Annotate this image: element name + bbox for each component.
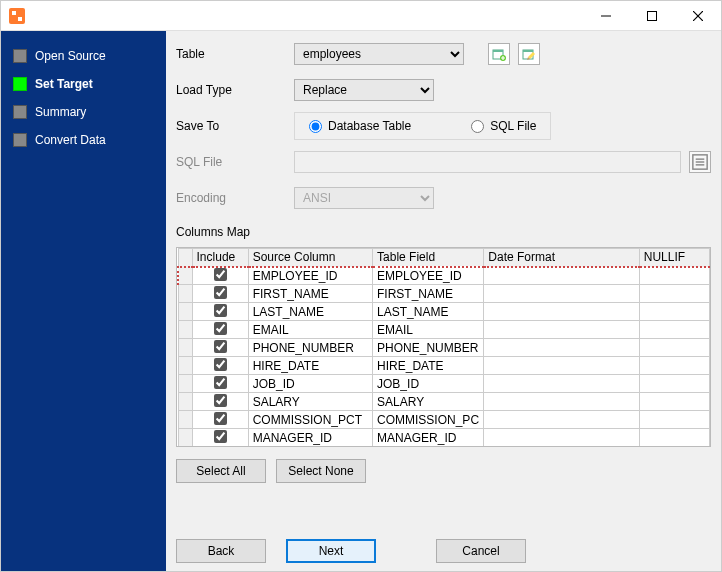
row-header[interactable] — [178, 321, 192, 339]
cell-target[interactable]: FIRST_NAME — [373, 285, 484, 303]
back-button[interactable]: Back — [176, 539, 266, 563]
cell-target[interactable]: EMAIL — [373, 321, 484, 339]
nav-item-summary[interactable]: Summary — [7, 105, 160, 119]
table-row[interactable]: EMPLOYEE_IDEMPLOYEE_ID — [178, 267, 710, 285]
table-row[interactable]: FIRST_NAMEFIRST_NAME — [178, 285, 710, 303]
saveto-db-radio[interactable]: Database Table — [309, 119, 411, 133]
cell-target[interactable]: SALARY — [373, 393, 484, 411]
row-header[interactable] — [178, 267, 192, 285]
cell-datefmt[interactable] — [484, 339, 639, 357]
loadtype-select[interactable]: Replace — [294, 79, 434, 101]
cell-source[interactable]: PHONE_NUMBER — [248, 339, 372, 357]
cell-nullif[interactable] — [639, 375, 709, 393]
cell-nullif[interactable] — [639, 411, 709, 429]
include-checkbox[interactable] — [214, 376, 227, 389]
col-nullif[interactable]: NULLIF — [639, 249, 709, 267]
include-checkbox[interactable] — [214, 322, 227, 335]
cell-source[interactable]: JOB_ID — [248, 375, 372, 393]
cell-include[interactable] — [192, 267, 248, 285]
cell-datefmt[interactable] — [484, 375, 639, 393]
table-row[interactable]: JOB_IDJOB_ID — [178, 375, 710, 393]
cell-datefmt[interactable] — [484, 411, 639, 429]
cell-datefmt[interactable] — [484, 267, 639, 285]
table-row[interactable]: COMMISSION_PCTCOMMISSION_PC — [178, 411, 710, 429]
cell-target[interactable]: EMPLOYEE_ID — [373, 267, 484, 285]
maximize-button[interactable] — [629, 1, 675, 31]
minimize-button[interactable] — [583, 1, 629, 31]
include-checkbox[interactable] — [214, 268, 227, 281]
col-include[interactable]: Include — [192, 249, 248, 267]
cell-datefmt[interactable] — [484, 429, 639, 447]
cell-datefmt[interactable] — [484, 447, 639, 448]
cell-include[interactable] — [192, 321, 248, 339]
cell-include[interactable] — [192, 303, 248, 321]
cell-source[interactable]: EMAIL — [248, 321, 372, 339]
cell-nullif[interactable] — [639, 339, 709, 357]
nav-item-open-source[interactable]: Open Source — [7, 49, 160, 63]
cell-datefmt[interactable] — [484, 357, 639, 375]
cell-include[interactable] — [192, 393, 248, 411]
cell-target[interactable]: LAST_NAME — [373, 303, 484, 321]
row-header[interactable] — [178, 411, 192, 429]
row-header[interactable] — [178, 429, 192, 447]
nav-item-convert-data[interactable]: Convert Data — [7, 133, 160, 147]
cell-nullif[interactable] — [639, 393, 709, 411]
include-checkbox[interactable] — [214, 286, 227, 299]
cell-include[interactable] — [192, 429, 248, 447]
cell-target[interactable]: HIRE_DATE — [373, 357, 484, 375]
col-source[interactable]: Source Column — [248, 249, 372, 267]
columns-grid[interactable]: Include Source Column Table Field Date F… — [176, 247, 711, 447]
cell-include[interactable] — [192, 339, 248, 357]
table-row[interactable]: HIRE_DATEHIRE_DATE — [178, 357, 710, 375]
cell-datefmt[interactable] — [484, 303, 639, 321]
edit-table-button[interactable] — [518, 43, 540, 65]
cell-datefmt[interactable] — [484, 285, 639, 303]
cell-nullif[interactable] — [639, 429, 709, 447]
row-header[interactable] — [178, 357, 192, 375]
cell-nullif[interactable] — [639, 303, 709, 321]
cell-source[interactable]: SALARY — [248, 393, 372, 411]
table-row[interactable]: LAST_NAMELAST_NAME — [178, 303, 710, 321]
table-row[interactable]: SALARYSALARY — [178, 393, 710, 411]
cell-source[interactable]: DEPARTMENT_ID — [248, 447, 372, 448]
row-header[interactable] — [178, 447, 192, 448]
next-button[interactable]: Next — [286, 539, 376, 563]
sqlfile-browse-button[interactable] — [689, 151, 711, 173]
row-header[interactable] — [178, 303, 192, 321]
cell-target[interactable]: PHONE_NUMBER — [373, 339, 484, 357]
cell-include[interactable] — [192, 375, 248, 393]
include-checkbox[interactable] — [214, 358, 227, 371]
cell-nullif[interactable] — [639, 357, 709, 375]
table-row[interactable]: DEPARTMENT_IDDEPARTMENT_ID — [178, 447, 710, 448]
select-none-button[interactable]: Select None — [276, 459, 366, 483]
cell-datefmt[interactable] — [484, 393, 639, 411]
include-checkbox[interactable] — [214, 340, 227, 353]
cell-include[interactable] — [192, 447, 248, 448]
row-header[interactable] — [178, 393, 192, 411]
saveto-sql-radio[interactable]: SQL File — [471, 119, 536, 133]
cell-source[interactable]: HIRE_DATE — [248, 357, 372, 375]
table-select[interactable]: employees — [294, 43, 464, 65]
cell-include[interactable] — [192, 357, 248, 375]
row-header[interactable] — [178, 285, 192, 303]
cell-source[interactable]: LAST_NAME — [248, 303, 372, 321]
include-checkbox[interactable] — [214, 394, 227, 407]
cell-target[interactable]: DEPARTMENT_ID — [373, 447, 484, 448]
cell-nullif[interactable] — [639, 321, 709, 339]
row-header[interactable] — [178, 339, 192, 357]
cell-source[interactable]: FIRST_NAME — [248, 285, 372, 303]
select-all-button[interactable]: Select All — [176, 459, 266, 483]
cancel-button[interactable]: Cancel — [436, 539, 526, 563]
cell-datefmt[interactable] — [484, 321, 639, 339]
cell-include[interactable] — [192, 285, 248, 303]
cell-nullif[interactable] — [639, 447, 709, 448]
table-row[interactable]: MANAGER_IDMANAGER_ID — [178, 429, 710, 447]
cell-source[interactable]: COMMISSION_PCT — [248, 411, 372, 429]
table-row[interactable]: EMAILEMAIL — [178, 321, 710, 339]
cell-source[interactable]: MANAGER_ID — [248, 429, 372, 447]
cell-nullif[interactable] — [639, 267, 709, 285]
cell-include[interactable] — [192, 411, 248, 429]
close-button[interactable] — [675, 1, 721, 31]
new-table-button[interactable] — [488, 43, 510, 65]
cell-target[interactable]: JOB_ID — [373, 375, 484, 393]
